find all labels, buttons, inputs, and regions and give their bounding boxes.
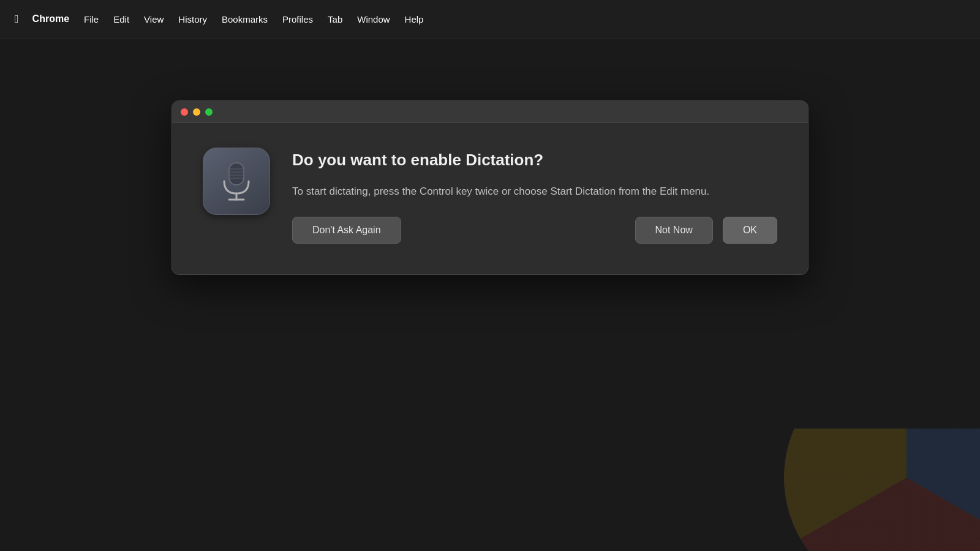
main-content: Do you want to enable Dictation? To star… (0, 39, 980, 551)
history-menu-item[interactable]: History (172, 10, 213, 28)
dictation-dialog: Do you want to enable Dictation? To star… (172, 100, 809, 275)
dont-ask-again-button[interactable]: Don't Ask Again (292, 217, 401, 244)
help-menu-item[interactable]: Help (399, 10, 430, 28)
chrome-menu-item[interactable]: Chrome (26, 10, 75, 28)
not-now-button[interactable]: Not Now (635, 217, 713, 244)
dialog-description: To start dictating, press the Control ke… (292, 183, 777, 200)
dialog-buttons: Don't Ask Again Not Now OK (292, 217, 777, 244)
ok-button[interactable]: OK (723, 217, 777, 244)
edit-menu-item[interactable]: Edit (107, 10, 135, 28)
apple-menu-item[interactable]:  (10, 9, 24, 29)
traffic-light-maximize[interactable] (205, 108, 213, 116)
microphone-icon (218, 160, 255, 203)
dialog-text-area: Do you want to enable Dictation? To star… (292, 148, 777, 244)
tab-menu-item[interactable]: Tab (322, 10, 349, 28)
file-menu-item[interactable]: File (78, 10, 105, 28)
view-menu-item[interactable]: View (138, 10, 170, 28)
dialog-title-bar (172, 101, 808, 123)
dialog-title: Do you want to enable Dictation? (292, 150, 777, 171)
microphone-icon-container (203, 148, 270, 215)
menu-bar:  Chrome File Edit View History Bookmark… (0, 0, 980, 39)
dialog-body: Do you want to enable Dictation? To star… (172, 123, 808, 274)
profiles-menu-item[interactable]: Profiles (276, 10, 319, 28)
traffic-light-minimize[interactable] (193, 108, 200, 116)
window-menu-item[interactable]: Window (351, 10, 396, 28)
traffic-light-close[interactable] (181, 108, 188, 116)
svg-rect-0 (229, 163, 244, 185)
bookmarks-menu-item[interactable]: Bookmarks (216, 10, 274, 28)
dialog-overlay: Do you want to enable Dictation? To star… (0, 39, 980, 551)
